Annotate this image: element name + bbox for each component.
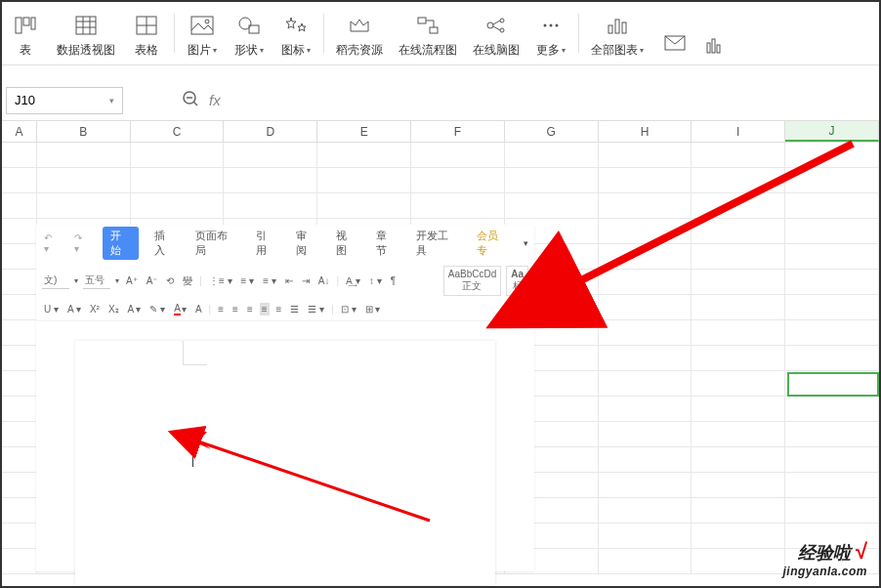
increase-font[interactable]: A⁺ [124, 274, 140, 287]
align-center[interactable]: ≡ [231, 303, 240, 315]
grid-cell[interactable] [785, 371, 879, 397]
grid-cell[interactable] [692, 219, 785, 244]
grid-cell[interactable] [505, 193, 599, 219]
column-header-B[interactable]: B [37, 121, 131, 142]
grid-cell[interactable] [131, 193, 225, 219]
align-distribute[interactable]: ≡ [274, 303, 284, 315]
phonetic[interactable]: 變 [181, 273, 194, 289]
grid-cell[interactable] [692, 295, 785, 320]
fx-label[interactable]: fx [209, 92, 221, 108]
grid-cell[interactable] [692, 244, 785, 270]
grid-cell[interactable] [2, 397, 37, 422]
list-2[interactable]: ≡ ▾ [239, 274, 257, 287]
grid-cell[interactable] [692, 549, 785, 574]
list-1[interactable]: ⋮≡ ▾ [207, 274, 234, 287]
underline[interactable]: U ▾ [42, 303, 61, 315]
grid-cell[interactable] [2, 168, 37, 193]
word-document-page[interactable] [75, 341, 495, 585]
grid-cell[interactable] [692, 143, 785, 168]
highlight[interactable]: ✎ ▾ [147, 303, 167, 315]
grid-cell[interactable] [2, 244, 37, 270]
grid-cell[interactable] [37, 168, 131, 193]
grid-cell[interactable] [785, 168, 879, 193]
grid-cell[interactable] [692, 270, 785, 295]
column-header-J[interactable]: J [785, 121, 879, 142]
tab-section[interactable]: 章节 [372, 227, 400, 260]
ribbon-mail[interactable] [651, 6, 698, 61]
grid-cell[interactable] [785, 397, 879, 422]
text-effects[interactable]: A ▾ [126, 303, 144, 315]
ribbon-icons[interactable]: 图标▾ [273, 6, 319, 61]
grid-cell[interactable] [599, 320, 692, 346]
tab-view[interactable]: 视图 [332, 227, 360, 260]
grid-cell[interactable] [785, 295, 879, 320]
grid-cell[interactable] [692, 397, 785, 422]
grid-cell[interactable] [692, 193, 785, 219]
grid-cell[interactable] [692, 422, 785, 447]
grid-cell[interactable] [2, 143, 37, 168]
grid-cell[interactable] [692, 524, 785, 549]
grid-cell[interactable] [785, 143, 879, 168]
grid-cell[interactable] [2, 549, 37, 574]
grid-cell[interactable] [599, 270, 692, 295]
grid-cell[interactable] [599, 143, 692, 168]
style-heading[interactable]: Aa 标 [506, 266, 528, 296]
align-right[interactable]: ≡ [245, 303, 255, 315]
grid-cell[interactable] [505, 143, 599, 168]
grid-cell[interactable] [317, 193, 411, 219]
grid-cell[interactable] [2, 473, 37, 498]
ribbon-more[interactable]: 更多▾ [527, 6, 574, 61]
text-direction[interactable]: A͢ ▾ [344, 274, 362, 287]
column-header-I[interactable]: I [692, 121, 785, 142]
align-justify[interactable]: ≡ [260, 303, 270, 315]
tab-layout[interactable]: 页面布局 [191, 227, 240, 260]
grid-cell[interactable] [785, 422, 879, 447]
grid-cell[interactable] [37, 193, 131, 219]
grid-cell[interactable] [599, 371, 692, 397]
tab-member[interactable]: 会员专 [473, 227, 512, 260]
grid-cell[interactable] [599, 397, 692, 422]
sort-az[interactable]: A↓ [316, 274, 332, 287]
column-header-G[interactable]: G [505, 121, 599, 142]
grid-cell[interactable] [785, 498, 879, 524]
tab-references[interactable]: 引用 [252, 227, 280, 260]
tab-review[interactable]: 审阅 [292, 227, 320, 260]
grid-cell[interactable] [692, 320, 785, 346]
grid-cell[interactable] [505, 168, 599, 193]
grid-cell[interactable] [2, 295, 37, 320]
show-marks[interactable]: ¶ [389, 274, 398, 287]
borders[interactable]: ⊞ ▾ [363, 303, 383, 315]
ribbon-picture[interactable]: 图片▾ [179, 6, 226, 61]
column-header-E[interactable]: E [317, 121, 411, 142]
grid-cell[interactable] [2, 270, 37, 295]
tab-start[interactable]: 开始 [103, 227, 139, 260]
grid-cell[interactable] [2, 524, 37, 549]
grid-cell[interactable] [411, 193, 505, 219]
grid-cell[interactable] [692, 473, 785, 498]
grid-cell[interactable] [785, 320, 879, 346]
ribbon-all-charts[interactable]: 全部图表▾ [583, 6, 651, 61]
align-left[interactable]: ≡ [216, 303, 226, 315]
grid-cell[interactable] [2, 219, 37, 244]
grid-cell[interactable] [599, 193, 692, 219]
column-header-H[interactable]: H [599, 121, 692, 142]
grid-cell[interactable] [599, 549, 692, 574]
grid-cell[interactable] [599, 168, 692, 193]
grid-cell[interactable] [692, 447, 785, 473]
column-header-C[interactable]: C [131, 121, 225, 142]
strikethrough[interactable]: A ▾ [65, 303, 83, 315]
columns[interactable]: ☰ [288, 303, 301, 315]
grid-cell[interactable] [2, 422, 37, 447]
grid-cell[interactable] [785, 270, 879, 295]
redo-icon[interactable]: ↷ ▾ [72, 231, 91, 255]
ribbon-bars[interactable] [698, 6, 730, 61]
ribbon-online-flowchart[interactable]: 在线流程图 [391, 6, 465, 61]
column-header-A[interactable]: A [2, 121, 37, 142]
grid-cell[interactable] [692, 346, 785, 371]
chevron-down-icon[interactable]: ▾ [74, 276, 78, 285]
grid-cell[interactable] [131, 168, 225, 193]
grid-cell[interactable] [785, 447, 879, 473]
grid-cell[interactable] [599, 422, 692, 447]
change-case[interactable]: ⟲ [164, 274, 176, 287]
grid-cell[interactable] [599, 219, 692, 244]
